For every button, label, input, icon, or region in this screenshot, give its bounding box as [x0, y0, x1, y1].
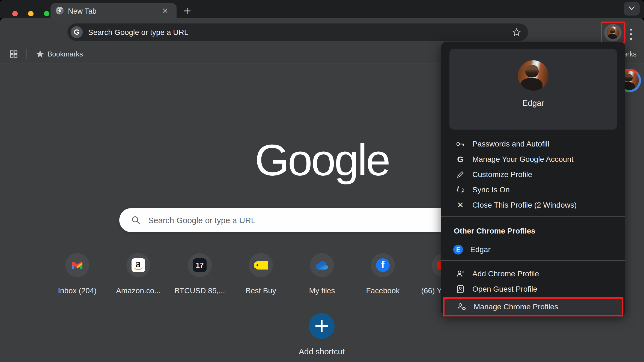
- shortcut-label: BTCUSD 85,...: [170, 286, 230, 295]
- menu-item-add-profile[interactable]: Add Chrome Profile: [441, 266, 625, 282]
- shortcut-label: Amazon.co...: [108, 286, 168, 295]
- shortcut-facebook[interactable]: f Facebook: [353, 253, 413, 295]
- shortcut-my-files[interactable]: My files: [292, 253, 352, 295]
- close-window-button[interactable]: [12, 11, 18, 16]
- key-icon: [455, 139, 465, 149]
- browser-tab[interactable]: New Tab: [50, 3, 177, 18]
- bookmark-star-icon[interactable]: [512, 28, 521, 37]
- menu-item-manage-profiles[interactable]: Manage Chrome Profiles: [443, 297, 623, 316]
- tradingview-icon: 17: [193, 258, 207, 272]
- menu-item-customize-profile[interactable]: Customize Profile: [441, 167, 625, 182]
- sync-icon: [455, 185, 465, 195]
- menu-item-close-profile[interactable]: ✕ Close This Profile (2 Windows): [441, 198, 625, 213]
- google-g-badge: G: [71, 26, 83, 38]
- toolbar: G Search Google or type a URL: [0, 18, 644, 44]
- bookmarks-star-icon[interactable]: [36, 50, 44, 58]
- other-profiles-header: Other Chrome Profiles: [454, 227, 618, 235]
- close-icon: ✕: [455, 201, 465, 210]
- menu-item-guest-profile[interactable]: Open Guest Profile: [441, 282, 625, 297]
- pencil-icon: [455, 170, 465, 179]
- shortcut-tradingview[interactable]: 17 BTCUSD 85,...: [170, 253, 230, 295]
- menu-divider: [441, 260, 625, 261]
- maximize-window-button[interactable]: [44, 11, 49, 16]
- add-shortcut-button[interactable]: [309, 313, 335, 339]
- menu-item-google-account[interactable]: G Manage Your Google Account: [441, 152, 625, 167]
- avatar-highlight-box: [601, 22, 625, 43]
- minimize-window-button[interactable]: [28, 11, 34, 16]
- add-shortcut-label: Add shortcut: [292, 347, 352, 356]
- tab-search-button[interactable]: [624, 2, 640, 16]
- new-tab-button[interactable]: [182, 6, 192, 16]
- tab-title: New Tab: [68, 7, 97, 16]
- shortcut-bestbuy[interactable]: Best Buy: [231, 253, 291, 295]
- menu-divider: [441, 216, 625, 217]
- google-g-icon: G: [455, 155, 465, 164]
- bookmarks-label[interactable]: Bookmarks: [47, 50, 83, 58]
- facebook-icon: f: [376, 258, 390, 272]
- omnibox[interactable]: G Search Google or type a URL: [67, 23, 528, 41]
- shortcut-label: Inbox (204): [47, 286, 107, 295]
- amazon-icon: a: [132, 258, 145, 272]
- tab-strip: New Tab: [0, 0, 644, 18]
- shortcut-label: My files: [292, 286, 352, 295]
- page-search-placeholder: Search Google or type a URL: [148, 216, 256, 225]
- bestbuy-tag-icon: [254, 261, 268, 270]
- apps-grid-icon[interactable]: [9, 50, 18, 58]
- person-add-icon: [455, 269, 465, 279]
- chevron-down-icon: [628, 6, 636, 11]
- shortcut-label: Facebook: [353, 286, 413, 295]
- chrome-menu-button[interactable]: [630, 29, 632, 43]
- menu-item-sync[interactable]: Sync Is On: [441, 182, 625, 198]
- bookmarks-divider: [26, 49, 27, 59]
- menu-item-passwords[interactable]: Passwords and Autofill: [441, 136, 625, 152]
- onedrive-cloud-icon: [315, 260, 329, 270]
- shortcut-label: Best Buy: [231, 286, 291, 295]
- chrome-favicon-icon: [56, 7, 64, 14]
- profile-photo: [518, 60, 548, 91]
- profile-name: Edgar: [449, 98, 617, 108]
- guest-badge-icon: [455, 284, 465, 294]
- profile-menu: Edgar Passwords and Autofill G Manage Yo…: [441, 42, 625, 316]
- menu-item-other-profile-edgar[interactable]: E Edgar: [441, 242, 625, 257]
- omnibox-placeholder: Search Google or type a URL: [88, 28, 188, 37]
- profile-initial-badge: E: [453, 245, 463, 255]
- shortcut-amazon[interactable]: a Amazon.co...: [108, 253, 168, 295]
- search-icon: [131, 216, 141, 225]
- manage-profiles-icon: [457, 302, 467, 312]
- profile-card: Edgar: [449, 49, 617, 130]
- close-tab-icon[interactable]: [162, 7, 168, 14]
- shortcut-gmail[interactable]: Inbox (204): [47, 253, 107, 295]
- gmail-icon: [71, 259, 84, 272]
